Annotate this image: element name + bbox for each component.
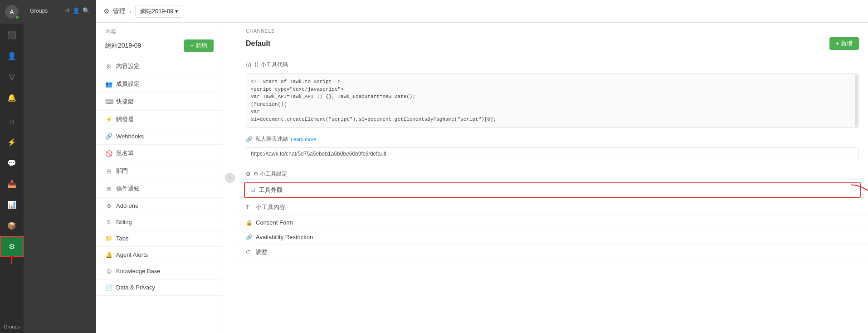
inbox-icon: 📥	[7, 180, 16, 188]
sidebar-icon-bell[interactable]: 🔔	[0, 87, 24, 108]
activity-icon: ⚡	[7, 138, 16, 147]
menu-item-addons[interactable]: ⊕ Add-ons	[96, 198, 223, 214]
widget-appearance-item[interactable]: ☑ 工具外觀	[244, 182, 861, 198]
adjustment-item[interactable]: ⏱ 調整	[237, 245, 868, 260]
menu-item-department[interactable]: ⊞ 部門	[96, 162, 223, 180]
channels-header: CHANNELS	[237, 23, 868, 35]
availability-icon: 🔗	[246, 234, 252, 240]
checkbox-icon: ☑	[250, 187, 255, 193]
search-icon[interactable]: 🔍	[83, 7, 90, 14]
topbar-gear-icon: ⚙	[103, 7, 109, 15]
menu-item-agent-alerts[interactable]: 🔔 Agent Alerts	[96, 247, 223, 263]
menu-item-webhooks[interactable]: 🔗 Webhooks	[96, 128, 223, 145]
channel-column: CHANNELS Default + 新增 ⟨/⟩ ⟨⟩ 小工具代碼 <!--S…	[237, 23, 868, 333]
billing-icon: $	[105, 219, 112, 225]
sidebar-icon-chart[interactable]: 📊	[0, 194, 24, 215]
code-label: ⟨/⟩ ⟨⟩ 小工具代碼	[237, 55, 868, 71]
channel-add-button[interactable]: + 新增	[829, 37, 859, 50]
block-icon: 🚫	[105, 150, 112, 157]
topbar-title: 管理	[113, 7, 126, 15]
scrollbar[interactable]	[855, 74, 858, 127]
home-icon: ⌂	[10, 117, 14, 125]
menu-item-content-settings[interactable]: ⚙ 內容設定	[96, 58, 223, 75]
divider-column: ›	[223, 23, 237, 333]
menu-item-billing[interactable]: $ Billing	[96, 214, 223, 230]
bell-icon: 🔔	[7, 93, 16, 102]
trigger-icon: ⚡	[105, 116, 112, 123]
sidebar-icon-filter[interactable]: ▽	[0, 66, 24, 87]
users-icon: 👤	[7, 52, 16, 60]
main-area: ⚙ 管理 › 網站2019-09 ▾ 內容 網站2019-09 + 新增 ⚙ 內…	[96, 0, 868, 333]
widget-appearance-label: 工具外觀	[259, 186, 283, 194]
menu-add-button[interactable]: + 新增	[184, 39, 214, 52]
sidebar-icon-inbox[interactable]: 📥	[0, 173, 24, 194]
learn-more-link[interactable]: Learn more	[291, 137, 316, 142]
menu-header: 內容	[96, 23, 223, 38]
chart-icon: 📊	[7, 201, 16, 209]
layers-icon: ⬛	[7, 31, 16, 39]
private-link-input[interactable]	[246, 147, 859, 160]
menu-item-member-settings[interactable]: 👥 成員設定	[96, 75, 223, 93]
keyboard-icon: ⌨	[105, 98, 112, 105]
second-panel: Groups ↺ 👤 🔍	[24, 0, 96, 333]
topbar: ⚙ 管理 › 網站2019-09 ▾	[96, 0, 868, 23]
email-icon: ✉	[105, 186, 112, 192]
link-icon: 🔗	[105, 133, 112, 140]
refresh-icon[interactable]: ↺	[65, 7, 70, 14]
consent-form-item[interactable]: 🔒 Consent Form	[237, 215, 868, 230]
second-panel-header: Groups ↺ 👤 🔍	[24, 5, 96, 17]
gear-icon: ⚙	[246, 171, 251, 177]
topbar-separator: ›	[129, 8, 132, 15]
private-link-label: 私人聊天連結	[255, 135, 288, 143]
code-content: <!--Start of Tawk.to Script--> <script t…	[251, 79, 496, 122]
settings-icon: ⚙	[9, 242, 15, 251]
second-panel-icons: ↺ 👤 🔍	[65, 7, 90, 14]
private-link-icon: 🔗	[246, 136, 253, 142]
menu-item-shortcuts[interactable]: ⌨ 快捷鍵	[96, 93, 223, 111]
menu-column: 內容 網站2019-09 + 新增 ⚙ 內容設定 👥 成員設定 ⌨ 快捷鍵 ⚡ …	[96, 23, 223, 333]
sidebar: A ⬛ 👤 ▽ 🔔 ⌂ ⚡ 💬 📥 📊 📦 ⚙ Groups	[0, 0, 24, 333]
filter-icon: ▽	[9, 73, 15, 81]
tabs-icon: 📁	[105, 235, 112, 242]
menu-item-triggers[interactable]: ⚡ 觸發器	[96, 111, 223, 128]
code-box[interactable]: <!--Start of Tawk.to Script--> <script t…	[246, 73, 859, 128]
channel-name: Default	[246, 39, 270, 48]
sidebar-icon-layers[interactable]: ⬛	[0, 24, 24, 45]
sidebar-icon-settings[interactable]: ⚙	[0, 236, 24, 257]
code-icon: ⟨/⟩	[246, 62, 252, 68]
sidebar-icon-users[interactable]: 👤	[0, 45, 24, 66]
menu-item-knowledge-base[interactable]: ◎ Knowledge Base	[96, 263, 223, 279]
sidebar-icon-box[interactable]: 📦	[0, 215, 24, 236]
sidebar-icon-activity[interactable]: ⚡	[0, 132, 24, 152]
widget-content-item[interactable]: T 小工具內容	[237, 200, 868, 215]
widget-settings-label: ⚙ ⚙ 小工具設定	[237, 166, 868, 181]
chat-icon: 💬	[7, 159, 16, 167]
chevron-down-icon: ▾	[175, 8, 178, 15]
text-icon: T	[246, 204, 252, 211]
avatar[interactable]: A	[0, 0, 24, 24]
arrow-annotation	[851, 181, 868, 199]
members-icon: 👥	[105, 81, 112, 88]
knowledge-icon: ◎	[105, 268, 112, 274]
menu-item-data-privacy[interactable]: 📄 Data & Privacy	[96, 279, 223, 296]
sidebar-icon-home[interactable]: ⌂	[0, 111, 24, 132]
channel-name-row: Default + 新增	[237, 35, 868, 55]
privacy-icon: 📄	[105, 284, 112, 291]
box-icon: 📦	[7, 221, 16, 230]
availability-restriction-item[interactable]: 🔗 Availability Restriction	[237, 230, 868, 245]
agent-alerts-icon: 🔔	[105, 251, 112, 258]
sidebar-icon-chat[interactable]: 💬	[0, 152, 24, 173]
private-link-row: 🔗 私人聊天連結 Learn more	[237, 133, 868, 146]
menu-item-blacklist[interactable]: 🚫 黑名單	[96, 145, 223, 162]
groups-label: Groups	[4, 320, 20, 333]
menu-item-email-notification[interactable]: ✉ 信件通知	[96, 180, 223, 198]
second-panel-title: Groups	[30, 8, 48, 14]
site-dropdown[interactable]: 網站2019-09 ▾	[135, 5, 184, 18]
addons-icon: ⊕	[105, 202, 112, 209]
online-status-dot	[15, 15, 19, 19]
menu-item-tabs[interactable]: 📁 Tabs	[96, 230, 223, 247]
lock-icon: 🔒	[246, 220, 252, 226]
content-area: 內容 網站2019-09 + 新增 ⚙ 內容設定 👥 成員設定 ⌨ 快捷鍵 ⚡ …	[96, 23, 868, 333]
person-icon[interactable]: 👤	[73, 7, 80, 14]
collapse-button[interactable]: ›	[225, 173, 235, 183]
